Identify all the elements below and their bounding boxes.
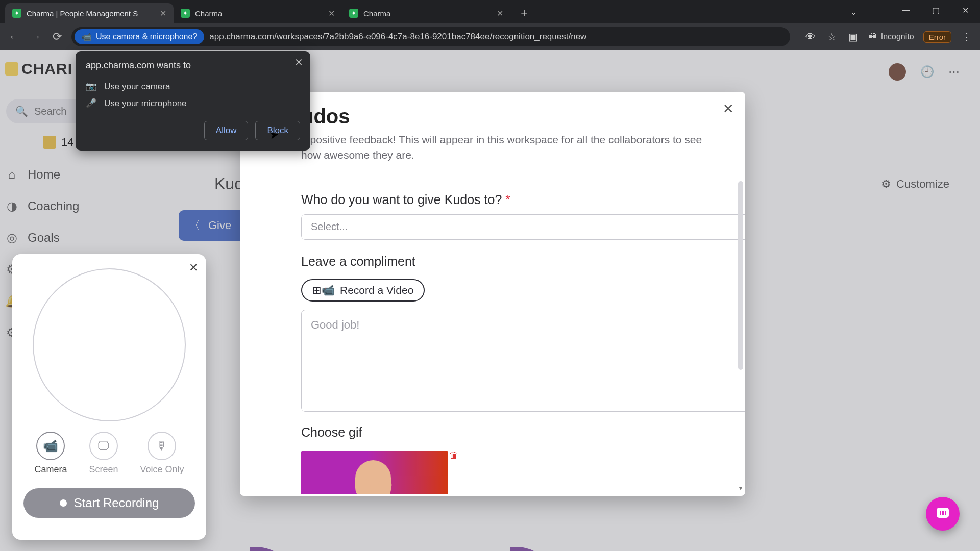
textarea-placeholder: Good job!: [311, 318, 359, 331]
gif-preview[interactable]: 🗑: [301, 451, 448, 494]
browser-tab-2[interactable]: ✦ Charma ✕: [342, 3, 510, 23]
close-icon[interactable]: ✕: [723, 101, 734, 117]
screen-icon: 🖵: [89, 432, 118, 460]
start-label: Start Recording: [74, 496, 159, 510]
tab-close-icon[interactable]: ✕: [328, 9, 335, 18]
record-video-button[interactable]: ⊞📹 Record a Video: [301, 279, 425, 302]
new-tab-button[interactable]: ＋: [516, 4, 533, 21]
kebab-menu-icon[interactable]: ⋮: [961, 31, 973, 43]
browser-tabstrip: ✦ Charma | People Management S ✕ ✦ Charm…: [0, 0, 980, 23]
record-dot-icon: [60, 499, 67, 507]
recorder-modes: 📹 Camera 🖵 Screen 🎙 Voice Only: [23, 432, 195, 475]
camera-preview-circle: [33, 268, 186, 421]
browser-tab-1[interactable]: ✦ Charma ✕: [174, 3, 342, 23]
permission-row-camera: 📷 Use your camera: [86, 78, 300, 95]
mode-label: Screen: [89, 464, 118, 475]
window-controls: — ▢ ✕: [891, 0, 980, 20]
permission-title: app.charma.com wants to: [86, 60, 300, 71]
nav-back-icon[interactable]: ←: [7, 30, 21, 43]
recipient-select[interactable]: Select... ▾: [301, 214, 745, 240]
tab-close-icon[interactable]: ✕: [160, 9, 166, 18]
start-recording-button[interactable]: Start Recording: [23, 488, 195, 518]
compliment-textarea[interactable]: Good job!: [301, 310, 745, 412]
error-badge[interactable]: Error: [923, 31, 951, 43]
question-gif: Choose gif: [301, 425, 722, 440]
modal-body: ▴ Who do you want to give Kudos to? * Se…: [240, 178, 745, 494]
svg-rect-3: [945, 511, 946, 515]
browser-tab-0[interactable]: ✦ Charma | People Management S ✕: [5, 3, 174, 23]
toolbar-right: 👁 ☆ ▣ 🕶 Incognito Error ⋮: [804, 31, 973, 43]
browser-toolbar: ← → ⟳ 📹 Use camera & microphone? app.cha…: [0, 23, 980, 50]
nav-reload-icon[interactable]: ⟳: [50, 30, 64, 43]
tabs-overflow-icon[interactable]: ⌄: [850, 6, 857, 17]
url-text: app.charma.com/workspaces/7a2bb9a6-e096-…: [209, 32, 586, 42]
microphone-icon: 🎙: [148, 432, 176, 460]
permission-chip-label: Use camera & microphone?: [96, 32, 197, 41]
incognito-indicator: 🕶 Incognito: [869, 32, 914, 41]
permission-row-label: Use your camera: [104, 82, 170, 92]
tab-favicon: ✦: [181, 9, 190, 18]
mode-voice[interactable]: 🎙 Voice Only: [140, 432, 184, 475]
mode-label: Voice Only: [140, 464, 184, 475]
permission-chip[interactable]: 📹 Use camera & microphone?: [75, 29, 204, 44]
omnibox[interactable]: 📹 Use camera & microphone? app.charma.co…: [71, 27, 790, 46]
close-icon[interactable]: ✕: [295, 56, 303, 68]
tab-title: Charma: [363, 9, 390, 18]
bookmark-star-icon[interactable]: ☆: [826, 31, 838, 43]
modal-subtitle: e positive feedback! This will appear in…: [301, 132, 720, 163]
window-maximize-button[interactable]: ▢: [921, 0, 950, 20]
support-chat-fab[interactable]: [926, 497, 960, 531]
chat-icon: [935, 506, 951, 522]
incognito-icon: 🕶: [869, 32, 877, 41]
microphone-icon: 🎤: [86, 98, 96, 109]
allow-button[interactable]: Allow: [204, 121, 249, 140]
question-compliment: Leave a compliment: [301, 254, 722, 269]
panel-icon[interactable]: ▣: [847, 31, 860, 43]
tab-title: Charma: [195, 9, 222, 18]
tab-close-icon[interactable]: ✕: [497, 9, 503, 18]
camera-icon: 📹: [82, 32, 92, 42]
camera-icon: 📹: [36, 432, 65, 460]
question-who: Who do you want to give Kudos to? *: [301, 192, 722, 207]
scrollbar[interactable]: [738, 181, 743, 370]
window-close-button[interactable]: ✕: [950, 0, 980, 20]
tab-title: Charma | People Management S: [27, 9, 138, 18]
permission-row-microphone: 🎤 Use your microphone: [86, 95, 300, 112]
video-recorder-widget: ✕ 📹 Camera 🖵 Screen 🎙 Voice Only Start R…: [12, 254, 206, 540]
svg-rect-1: [940, 511, 941, 515]
permission-row-label: Use your microphone: [104, 98, 187, 109]
trash-icon[interactable]: 🗑: [449, 450, 458, 461]
required-asterisk: *: [505, 192, 510, 207]
tab-favicon: ✦: [349, 9, 358, 18]
close-icon[interactable]: ✕: [189, 261, 198, 274]
scroll-down-icon[interactable]: ▾: [739, 485, 742, 492]
mode-label: Camera: [34, 464, 67, 475]
incognito-label: Incognito: [881, 32, 914, 41]
gif-thumbnail: [301, 451, 448, 494]
eye-off-icon[interactable]: 👁: [804, 31, 817, 43]
modal-title: udos: [301, 105, 722, 128]
camera-icon: 📷: [86, 81, 96, 92]
video-plus-icon: ⊞📹: [312, 284, 335, 296]
nav-forward-icon[interactable]: →: [29, 30, 43, 43]
tab-favicon: ✦: [12, 9, 21, 18]
record-video-label: Record a Video: [340, 284, 413, 296]
mode-camera[interactable]: 📹 Camera: [34, 432, 67, 475]
svg-rect-2: [942, 511, 944, 515]
mode-screen[interactable]: 🖵 Screen: [89, 432, 118, 475]
select-placeholder: Select...: [311, 221, 348, 233]
give-kudos-modal: ✕ udos e positive feedback! This will ap…: [240, 92, 745, 496]
window-minimize-button[interactable]: —: [891, 0, 921, 20]
